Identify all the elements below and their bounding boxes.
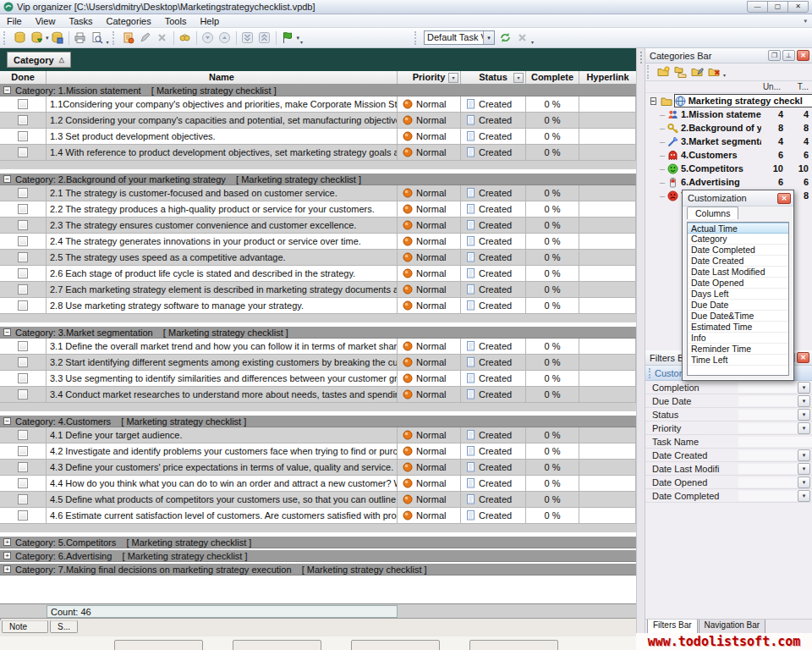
tree-category-item[interactable]: –2.Background of your mar88 xyxy=(645,121,812,135)
customization-titlebar[interactable]: Customization ✕ xyxy=(683,190,793,207)
task-row[interactable]: 1.1Considering your company's objectives… xyxy=(0,96,636,113)
edit-task-icon[interactable] xyxy=(137,30,154,47)
column-option[interactable]: Info xyxy=(688,333,788,344)
collapse-icon[interactable]: − xyxy=(3,328,11,336)
close-button[interactable]: ✕ xyxy=(787,1,809,13)
task-row[interactable]: 3.1 Define the overall market trend and … xyxy=(0,339,636,355)
open-dropdown-icon[interactable]: ▾ xyxy=(46,35,49,41)
toolbar-overflow-icon[interactable]: ▾ xyxy=(723,72,726,78)
status-filter-icon[interactable]: ▾ xyxy=(513,73,524,83)
filter-value[interactable] xyxy=(738,383,798,393)
category-group-row[interactable]: −Category: 1.Mission statement [ Marketi… xyxy=(0,85,636,96)
task-row[interactable]: 4.5 Define what products of competitors … xyxy=(0,492,636,508)
delete-task-icon[interactable] xyxy=(154,30,171,47)
menu-categories[interactable]: Categories xyxy=(100,14,158,28)
task-checkbox[interactable] xyxy=(18,236,28,246)
panel-splitter[interactable] xyxy=(636,48,645,636)
task-checkbox[interactable] xyxy=(18,389,28,399)
task-row[interactable]: 4.1 Define your target audience.NormalCr… xyxy=(0,427,636,443)
tree-category-item[interactable]: –4.Customers66 xyxy=(645,148,812,162)
filter-value[interactable] xyxy=(738,464,798,474)
menu-view[interactable]: View xyxy=(29,14,63,28)
column-header-name[interactable]: Name xyxy=(47,71,398,84)
task-row[interactable]: 4.6 Estimate current satisfaction level … xyxy=(0,508,636,524)
toolbar-grip[interactable] xyxy=(112,31,117,45)
menu-tools[interactable]: Tools xyxy=(158,14,194,28)
tree-category-item[interactable]: –3.Market segmentation44 xyxy=(645,135,812,148)
task-row[interactable]: 3.2 Start identifying different segments… xyxy=(0,355,636,371)
move-bottom-icon[interactable] xyxy=(239,30,256,47)
task-checkbox[interactable] xyxy=(18,341,28,351)
task-view-dropdown-icon[interactable]: ▾ xyxy=(483,31,494,44)
column-header-status[interactable]: Status▾ xyxy=(461,71,526,84)
column-option[interactable]: Estimated Time xyxy=(688,322,788,333)
tab-note[interactable]: Note xyxy=(2,620,48,633)
task-checkbox[interactable] xyxy=(18,284,28,295)
task-checkbox[interactable] xyxy=(18,115,28,125)
filter-dropdown-icon[interactable]: ▾ xyxy=(798,490,810,502)
tree-category-item[interactable]: –5.Competitors1010 xyxy=(645,162,812,175)
new-task-icon[interactable] xyxy=(120,30,137,47)
column-header-priority[interactable]: Priority▾ xyxy=(398,71,461,84)
task-row[interactable]: 4.2 Investigate and identify problems yo… xyxy=(0,443,636,460)
task-row[interactable]: 2.5 The strategy uses speed as a competi… xyxy=(0,250,636,266)
edit-category-icon[interactable] xyxy=(689,63,705,80)
category-group-row[interactable]: −Category: 3.Market segmentation [ Marke… xyxy=(0,327,636,339)
clear-view-icon[interactable] xyxy=(513,30,530,47)
filter-dropdown-icon[interactable]: ▾ xyxy=(798,476,810,488)
task-checkbox[interactable] xyxy=(18,510,28,521)
task-checkbox[interactable] xyxy=(18,300,28,311)
column-option[interactable]: Time Left xyxy=(688,355,788,366)
collapse-icon[interactable]: − xyxy=(3,175,11,183)
task-row[interactable]: 4.3 Define your customers' price expecta… xyxy=(0,460,636,476)
category-group-row[interactable]: +Category: 5.Competitors [ Marketing str… xyxy=(0,537,636,548)
task-row[interactable]: 1.4 With reference to product developmen… xyxy=(0,145,636,161)
filter-value[interactable] xyxy=(738,437,812,447)
selected-category[interactable]: Marketing strategy checkl4646 xyxy=(674,94,812,107)
print-preview-icon[interactable] xyxy=(89,30,106,47)
task-checkbox[interactable] xyxy=(18,99,28,109)
priority-filter-icon[interactable]: ▾ xyxy=(448,73,458,83)
task-row[interactable]: 1.2 Considering your company's capacitie… xyxy=(0,113,636,129)
find-task-icon[interactable] xyxy=(177,30,194,47)
minimize-button[interactable]: — xyxy=(747,1,768,13)
new-database-icon[interactable] xyxy=(11,30,28,47)
task-view-combobox[interactable]: Default Task V ▾ xyxy=(424,30,495,45)
task-row[interactable]: 2.6 Each stage of product life cycle is … xyxy=(0,266,636,282)
column-option[interactable]: Category xyxy=(688,234,788,245)
filter-dropdown-icon[interactable]: ▾ xyxy=(798,449,810,461)
customization-close-icon[interactable]: ✕ xyxy=(777,193,791,204)
flag-dropdown-icon[interactable]: ▾ xyxy=(297,35,300,41)
expand-icon[interactable]: + xyxy=(3,565,11,573)
move-up-icon[interactable] xyxy=(217,30,233,47)
column-option[interactable]: Days Left xyxy=(688,289,788,300)
column-option[interactable]: Date Opened xyxy=(688,278,788,289)
task-checkbox[interactable] xyxy=(18,446,28,456)
filter-dropdown-icon[interactable]: ▾ xyxy=(798,422,810,434)
uncompleted-column-header[interactable]: Un... xyxy=(756,82,784,91)
tree-root-item[interactable]: −Marketing strategy checkl4646 xyxy=(645,94,812,107)
collapse-icon[interactable]: − xyxy=(3,86,11,94)
filter-value[interactable] xyxy=(738,396,798,406)
task-row[interactable]: 2.7 Each marketing strategy element is d… xyxy=(0,282,636,298)
panel-pin-icon[interactable]: ⊥ xyxy=(782,50,795,61)
collapse-icon[interactable]: − xyxy=(650,97,656,105)
delete-category-icon[interactable] xyxy=(705,63,722,80)
task-checkbox[interactable] xyxy=(18,204,28,214)
filter-value[interactable] xyxy=(738,450,798,460)
task-row[interactable]: 3.3 Use segmenting to identify similarit… xyxy=(0,371,636,387)
column-header-done[interactable]: Done xyxy=(0,71,47,84)
filter-value[interactable] xyxy=(738,410,798,420)
task-row[interactable]: 2.2 The strategy produces a high-quality… xyxy=(0,201,636,218)
panel-close-icon[interactable]: ✕ xyxy=(797,50,809,61)
title-bar[interactable]: Vip organizer [C:\Users\dmitry\Desktop\M… xyxy=(0,0,812,14)
move-top-icon[interactable] xyxy=(256,30,273,47)
task-row[interactable]: 2.3 The strategy ensures customer conven… xyxy=(0,218,636,234)
restore-button[interactable]: ▢ xyxy=(767,1,788,13)
task-checkbox[interactable] xyxy=(18,494,28,504)
column-option[interactable]: Date Completed xyxy=(688,245,788,256)
total-column-header[interactable]: T... xyxy=(784,82,812,91)
task-row[interactable]: 2.4 The strategy generates innovations i… xyxy=(0,234,636,250)
column-option[interactable]: Date Created xyxy=(688,256,788,267)
tree-category-item[interactable]: –6.Advertising66 xyxy=(645,175,812,189)
